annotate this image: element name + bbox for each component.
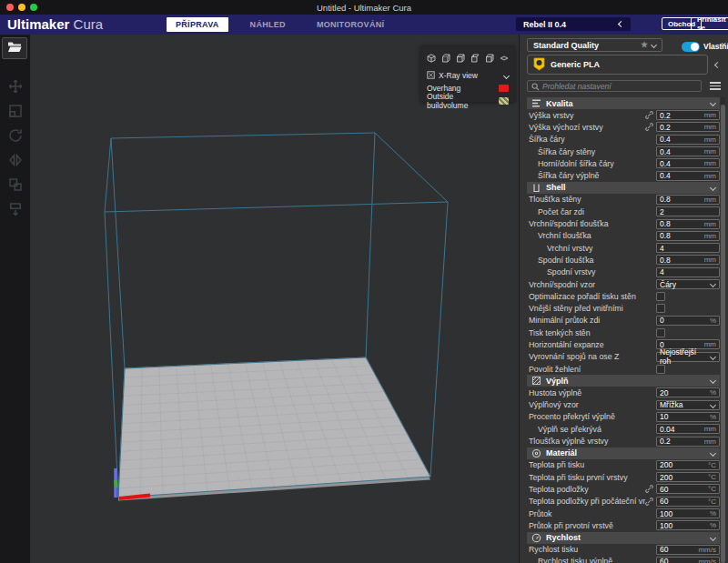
setting-input[interactable]: 0.8mm xyxy=(656,219,720,229)
setting-label: Šířka čáry stěny xyxy=(527,147,656,156)
setting-row-vrchn-spodn-vzor: Vrchní/spodní vzorČáry xyxy=(527,278,720,290)
setting-input[interactable]: 100% xyxy=(656,508,720,518)
link-icon xyxy=(645,123,653,131)
view-right-icon[interactable] xyxy=(485,50,494,66)
section-header-v-pl[interactable]: Výplň xyxy=(527,375,720,387)
setting-select[interactable]: Nejostřejší roh xyxy=(656,352,720,362)
view-top-icon[interactable] xyxy=(456,50,465,66)
collapse-panel-icon[interactable] xyxy=(714,62,721,68)
setting-input[interactable]: 0.4mm xyxy=(656,146,720,156)
setting-row-teplota-podlo-ky: Teplota podložky60°C xyxy=(527,483,720,495)
view-front-icon[interactable] xyxy=(441,50,450,66)
section-header-kvalita[interactable]: Kvalita xyxy=(527,97,720,109)
settings-menu-icon[interactable] xyxy=(710,82,721,92)
search-icon xyxy=(531,78,540,95)
setting-label: Výška výchozí vrstvy xyxy=(527,123,645,132)
setting-input[interactable]: 0.2mm xyxy=(656,122,720,132)
rotate-icon xyxy=(7,127,24,147)
setting-input[interactable]: 2 xyxy=(656,206,720,216)
setting-input[interactable]: 0.4mm xyxy=(656,158,720,168)
setting-input[interactable]: 4 xyxy=(656,243,720,253)
setting-checkbox[interactable] xyxy=(656,304,665,313)
setting-input[interactable]: 60°C xyxy=(656,497,720,507)
setting-input[interactable]: 0.8mm xyxy=(656,231,720,241)
close-window-icon[interactable] xyxy=(6,4,14,11)
view-options-panel: X-Ray view Overhang Outside buildvolume xyxy=(420,45,515,102)
setting-input[interactable]: 0.2mm xyxy=(656,110,720,120)
setting-input[interactable]: 200°C xyxy=(656,472,720,482)
section-header-shell[interactable]: Shell xyxy=(527,182,720,194)
view-bottom-icon[interactable] xyxy=(500,50,509,66)
render-mode-label: X-Ray view xyxy=(439,71,478,80)
scale-tool-button[interactable] xyxy=(4,101,26,124)
setting-input[interactable]: 60mm/s xyxy=(656,545,720,555)
maximize-window-icon[interactable] xyxy=(30,4,37,11)
search-input[interactable] xyxy=(542,82,697,91)
star-icon[interactable]: ★ xyxy=(641,41,648,49)
move-tool-button[interactable] xyxy=(4,76,26,99)
setting-input[interactable]: 0.4mm xyxy=(656,171,720,181)
setting-input[interactable]: 0% xyxy=(656,316,720,326)
search-box[interactable] xyxy=(527,80,702,92)
sign-in-button[interactable]: Přihlásit se xyxy=(691,17,728,30)
window-title: Untitled - Ultimaker Cura xyxy=(317,3,411,13)
custom-settings-toggle[interactable] xyxy=(682,42,700,52)
tab-monitor[interactable]: MONITOROVÁNÍ xyxy=(308,17,393,32)
chevron-down-icon xyxy=(710,100,716,106)
setting-input[interactable]: 0.04mm xyxy=(656,424,720,434)
setting-select[interactable]: Mřížka xyxy=(656,400,720,410)
setting-row-povolit-ehlen: Povolit žehlení xyxy=(527,363,720,375)
setting-checkbox[interactable] xyxy=(656,328,665,337)
setting-row-v-pl-ov-vzor: Výplňový vzorMřížka xyxy=(527,399,720,411)
setting-input[interactable]: 0.2mm xyxy=(656,437,720,447)
section-label: Kvalita xyxy=(546,99,573,108)
viewport-3d[interactable]: X-Ray view Overhang Outside buildvolume xyxy=(30,35,519,563)
profile-selector[interactable]: Standard Quality ★ xyxy=(527,38,662,52)
open-file-button[interactable] xyxy=(2,37,27,59)
chevron-down-icon xyxy=(710,354,716,360)
setting-input[interactable]: 4 xyxy=(656,267,720,277)
view-3d-icon[interactable] xyxy=(427,50,436,66)
setting-label: Hustota výplně xyxy=(527,388,656,397)
setting-checkbox[interactable] xyxy=(656,365,665,374)
mirror-tool-button[interactable] xyxy=(4,150,26,173)
support-blocker-button[interactable] xyxy=(4,199,26,222)
setting-input[interactable]: 100% xyxy=(656,520,720,530)
setting-checkbox[interactable] xyxy=(656,292,665,301)
printer-selector[interactable]: Rebel II 0.4 xyxy=(516,17,631,31)
chevron-down-icon xyxy=(710,185,716,191)
settings-panel: Standard Quality ★ Vlastní × Generic PLA… xyxy=(519,35,728,563)
close-icon[interactable]: × xyxy=(721,40,726,50)
setting-label: Rychlost tisku výplně xyxy=(527,557,656,563)
setting-input[interactable]: 10% xyxy=(656,412,720,422)
setting-input[interactable]: 20% xyxy=(656,387,720,397)
per-model-settings-button[interactable] xyxy=(4,175,26,197)
setting-input[interactable]: 60mm/s xyxy=(656,557,720,563)
per-model-settings-icon xyxy=(7,176,24,196)
view-left-icon[interactable] xyxy=(470,50,480,66)
setting-select[interactable]: Čáry xyxy=(656,279,720,289)
render-mode-dropdown[interactable]: X-Ray view xyxy=(420,69,515,82)
tab-prepare[interactable]: PŘÍPRAVA xyxy=(167,17,228,32)
chevron-down-icon xyxy=(710,281,716,287)
extruder-tab[interactable]: Generic PLA xyxy=(527,55,708,75)
section-header-materi-l[interactable]: Materiál xyxy=(527,447,720,459)
setting-label: Tloušťka stěny xyxy=(527,195,656,204)
minimize-window-icon[interactable] xyxy=(18,4,25,11)
setting-row-vrchn-spodn-tlou-ka: Vrchní/spodní tloušťka0.8mm xyxy=(527,217,720,229)
setting-input[interactable]: 200°C xyxy=(656,460,720,470)
stage-tabs: PŘÍPRAVA NÁHLED MONITOROVÁNÍ xyxy=(167,17,393,32)
setting-input[interactable]: 0.8mm xyxy=(656,255,720,265)
setting-input[interactable]: 0.8mm xyxy=(656,195,720,205)
rotate-tool-button[interactable] xyxy=(4,126,26,148)
setting-row-spodn-tlou-ka: Spodní tloušťka0.8mm xyxy=(527,254,720,266)
setting-row-po-et-ar-zdi: Počet čar zdi2 xyxy=(527,206,720,217)
material-name: Generic PLA xyxy=(551,60,600,69)
setting-input[interactable]: 60°C xyxy=(656,484,720,494)
scrollbar-thumb[interactable] xyxy=(721,105,725,563)
tab-preview[interactable]: NÁHLED xyxy=(241,17,295,32)
section-header-rychlost[interactable]: Rychlost xyxy=(527,532,720,544)
setting-row-teplota-p-i-tisku-prvn-vrstvy: Teplota při tisku první vrstvy200°C xyxy=(527,471,720,483)
setting-input[interactable]: 0.4mm xyxy=(656,135,720,145)
setting-row-spodn-vrstvy: Spodní vrstvy4 xyxy=(527,266,720,278)
